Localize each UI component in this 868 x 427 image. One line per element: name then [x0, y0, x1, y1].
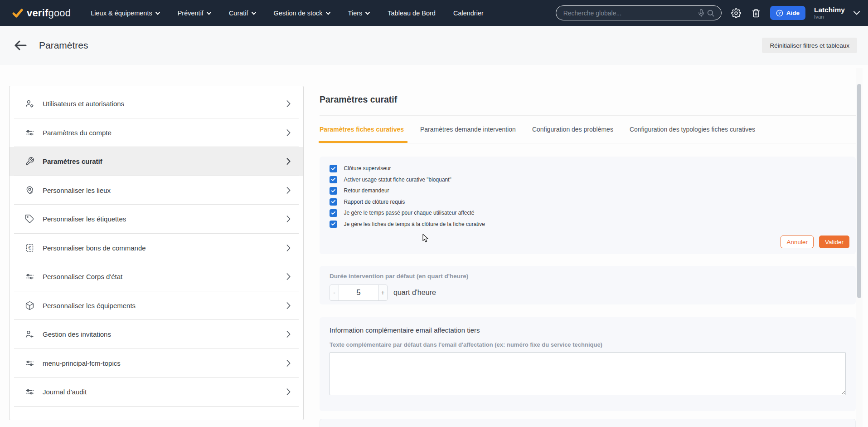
checkbox-checked-icon[interactable]: [330, 209, 337, 217]
vertical-scrollbar[interactable]: [856, 68, 863, 427]
user-role: Ivan: [814, 14, 824, 20]
stepper-plus-button[interactable]: +: [378, 285, 387, 300]
nav-item-curatif[interactable]: Curatif: [229, 10, 256, 17]
checkbox-checked-icon[interactable]: [330, 187, 337, 195]
duration-value-input[interactable]: [339, 285, 378, 300]
wrench-icon: [25, 157, 34, 166]
check-logo-icon: [12, 7, 24, 19]
sidebar-item-parametres-du-compte[interactable]: Paramètres du compte: [10, 118, 303, 147]
sidebar-item-gestion-des-invitations[interactable]: Gestion des invitations: [10, 320, 303, 349]
gear-icon[interactable]: [730, 7, 742, 19]
section-title: Paramètres curatif: [320, 94, 856, 105]
chevron-down-icon: [252, 11, 256, 15]
next-panel-edge: [320, 419, 856, 427]
sidebar-item-personnaliser-corps-detat[interactable]: Personnaliser Corps d'état: [10, 262, 303, 291]
email-info-title: Information complémentaire email affecta…: [330, 326, 846, 334]
chevron-down-icon: [365, 11, 370, 15]
checkbox-checked-icon[interactable]: [330, 221, 337, 228]
chevron-right-icon: [286, 273, 291, 280]
chevron-right-icon: [286, 331, 291, 338]
chevron-right-icon: [286, 100, 291, 107]
cube-icon: [25, 301, 34, 310]
sidebar-item-personnaliser-bons-de-commande[interactable]: € Personnaliser bons de commande: [10, 234, 303, 263]
aide-button[interactable]: ? Aide: [770, 6, 805, 20]
nav-item-gestion-stock[interactable]: Gestion de stock: [274, 10, 330, 17]
nav-item-tableau-de-bord[interactable]: Tableau de Bord: [388, 10, 436, 17]
microphone-icon[interactable]: [697, 8, 706, 19]
checkbox-checked-icon[interactable]: [330, 198, 337, 206]
tab-parametres-fiches-curatives[interactable]: Paramètres fiches curatives: [320, 116, 404, 143]
nav-item-lieux-equipements[interactable]: Lieux & équipements: [91, 10, 160, 17]
svg-text:?: ?: [778, 11, 781, 15]
euro-icon: €: [25, 243, 34, 253]
settings-sidebar: Utilisateurs et autorisations Paramètres…: [9, 86, 304, 420]
tab-configuration-des-problemes[interactable]: Configuration des problèmes: [532, 116, 613, 143]
cancel-button[interactable]: Annuler: [781, 236, 814, 248]
form-actions: Annuler Valider: [781, 236, 849, 248]
checkbox-row-rapport-cloture[interactable]: Rapport de clôture requis: [330, 198, 846, 206]
stepper-minus-button[interactable]: -: [330, 285, 339, 300]
sidebar-item-personnaliser-les-lieux[interactable]: Personnaliser les lieux: [10, 176, 303, 205]
main-content: Paramètres curatif Paramètres fiches cur…: [320, 94, 856, 427]
page-header: Paramètres Réinitialiser filtres et tabl…: [0, 26, 868, 65]
top-navbar: verifgood Lieux & équipements Préventif …: [0, 0, 868, 26]
back-arrow-button[interactable]: [14, 39, 27, 51]
chevron-right-icon: [286, 216, 291, 222]
email-info-hint: Texte complémentaire par défaut dans l'e…: [330, 341, 846, 348]
sidebar-item-journal-daudit[interactable]: Journal d'audit: [10, 378, 303, 407]
sidebar-item-personnaliser-les-equipements[interactable]: Personnaliser les équipements: [10, 291, 303, 320]
chevron-right-icon: [286, 187, 291, 194]
sidebar-item-menu-principal-fcm-topics[interactable]: menu-principal-fcm-topics: [10, 349, 303, 378]
chevron-right-icon: [286, 388, 291, 395]
nav-item-calendrier[interactable]: Calendrier: [453, 10, 484, 17]
verifgood-logo[interactable]: verifgood: [12, 7, 71, 19]
chevron-down-icon: [326, 11, 330, 15]
user-menu[interactable]: Latchimy Ivan: [814, 6, 845, 20]
search-input[interactable]: [563, 10, 697, 17]
nav-item-preventif[interactable]: Préventif: [178, 10, 211, 17]
tab-parametres-demande-intervention[interactable]: Paramètres demande intervention: [420, 116, 516, 143]
duration-stepper-row: - + quart d'heure: [330, 285, 846, 301]
checkbox-checked-icon[interactable]: [330, 176, 337, 184]
checkbox-row-statut-bloquant[interactable]: Activer usage statut fiche curative "blo…: [330, 176, 846, 184]
nav-item-tiers[interactable]: Tiers: [348, 10, 370, 17]
sidebar-item-personnaliser-les-etiquettes[interactable]: Personnaliser les étiquettes: [10, 205, 303, 234]
tab-bar: Paramètres fiches curatives Paramètres d…: [320, 116, 856, 143]
duration-panel: Durée intervention par défaut (en quart …: [320, 266, 856, 304]
user-plus-icon: [25, 329, 34, 339]
chevron-down-icon: [207, 11, 211, 15]
logo-text: verifgood: [27, 7, 71, 19]
email-complementary-textarea[interactable]: [330, 352, 846, 395]
main-nav: Lieux & équipements Préventif Curatif Ge…: [91, 10, 484, 17]
sliders-icon: [25, 272, 34, 281]
help-circle-icon: ?: [776, 10, 783, 17]
duration-unit-label: quart d'heure: [393, 289, 436, 297]
reset-filters-button[interactable]: Réinitialiser filtres et tableaux: [762, 38, 857, 53]
svg-text:€: €: [29, 245, 31, 250]
user-chevron-down-icon[interactable]: [853, 11, 860, 15]
checkbox-checked-icon[interactable]: [330, 165, 337, 172]
user-gear-icon: [25, 99, 34, 108]
duration-label: Durée intervention par défaut (en quart …: [330, 273, 846, 280]
user-name: Latchimy: [814, 6, 845, 14]
scrollbar-thumb[interactable]: [857, 84, 861, 298]
curative-settings-panel: Clôture superviseur Activer usage statut…: [320, 157, 856, 254]
tag-icon: [25, 214, 34, 224]
checkbox-row-cloture-superviseur[interactable]: Clôture superviseur: [330, 165, 846, 172]
tab-configuration-des-typologies[interactable]: Configuration des typologies fiches cura…: [630, 116, 755, 143]
sliders-icon: [25, 387, 34, 397]
checkbox-row-retour-demandeur[interactable]: Retour demandeur: [330, 187, 846, 195]
checkbox-row-fiches-de-temps[interactable]: Je gère les fiches de temps à la clôture…: [330, 221, 846, 228]
sidebar-item-utilisateurs-et-autorisations[interactable]: Utilisateurs et autorisations: [10, 89, 303, 118]
checkbox-row-temps-passe[interactable]: Je gère le temps passé pour chaque utili…: [330, 209, 846, 217]
email-info-panel: Information complémentaire email affecta…: [320, 317, 856, 411]
sliders-icon: [25, 358, 34, 368]
page-title: Paramètres: [39, 40, 88, 51]
sidebar-item-parametres-curatif[interactable]: Paramètres curatif: [10, 147, 303, 176]
quantity-stepper: - +: [330, 285, 388, 301]
trash-icon[interactable]: [751, 7, 761, 19]
submit-button[interactable]: Valider: [819, 236, 849, 248]
chevron-right-icon: [286, 302, 291, 309]
global-search: [556, 5, 722, 20]
search-icon[interactable]: [706, 8, 716, 18]
